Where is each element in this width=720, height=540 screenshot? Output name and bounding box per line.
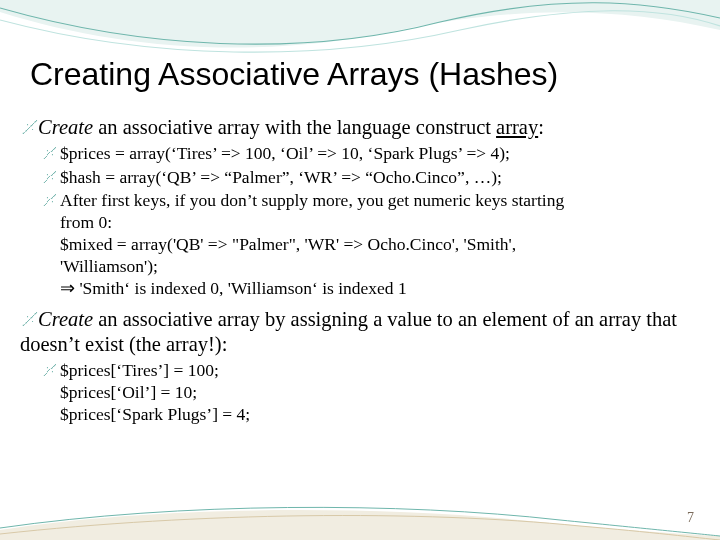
wave-bottom-icon [0, 500, 720, 540]
decor-bottom [0, 500, 720, 540]
bullet-icon: ⸓ [42, 190, 60, 212]
text: an associative array by assigning a valu… [20, 308, 677, 356]
bullet-lvl2: ⸓$hash = array(‘QB’ => “Palmer”, ‘WR’ =>… [42, 167, 692, 189]
text: 'Smith‘ is indexed 0, 'Williamson‘ is in… [75, 278, 407, 298]
bullet-icon: ⸓ [20, 114, 38, 140]
slide: Creating Associative Arrays (Hashes) ⸓Cr… [0, 0, 720, 540]
lead-word: Create [38, 116, 93, 138]
text: an associative array with the language c… [93, 116, 496, 138]
bullet-icon: ⸓ [42, 167, 60, 189]
bullet-lvl2: ⸓$prices[‘Tires’] = 100; [42, 360, 692, 382]
code-text: $hash = array(‘QB’ => “Palmer”, ‘WR’ => … [60, 167, 502, 187]
bullet-icon: ⸓ [42, 360, 60, 382]
text: : [538, 116, 544, 138]
code-text: $prices[‘Tires’] = 100; [60, 360, 219, 380]
bullet-lvl1: ⸓Create an associative array by assignin… [20, 306, 692, 358]
arrow-icon: ⇒ [60, 278, 75, 298]
text-cont: from 0: [60, 212, 692, 234]
text: After first keys, if you don’t supply mo… [60, 190, 564, 210]
underlined-word: array [496, 116, 538, 138]
bullet-lvl1: ⸓Create an associative array with the la… [20, 114, 692, 141]
code-text: $mixed = array('QB' => "Palmer", 'WR' =>… [60, 234, 692, 256]
code-text: $prices = array(‘Tires’ => 100, ‘Oil’ =>… [60, 143, 510, 163]
bullet-icon: ⸓ [20, 306, 38, 332]
bullet-lvl2: ⸓$prices = array(‘Tires’ => 100, ‘Oil’ =… [42, 143, 692, 165]
bullet-lvl2: ⸓After first keys, if you don’t supply m… [42, 190, 692, 212]
code-text: 'Williamson'); [60, 256, 692, 278]
page-number: 7 [687, 510, 694, 526]
code-text: $prices[‘Spark Plugs’] = 4; [60, 404, 692, 426]
slide-content: ⸓Create an associative array with the la… [20, 112, 692, 426]
lead-word: Create [38, 308, 93, 330]
bullet-icon: ⸓ [42, 143, 60, 165]
slide-title: Creating Associative Arrays (Hashes) [30, 56, 690, 93]
text-cont: ⇒ 'Smith‘ is indexed 0, 'Williamson‘ is … [60, 278, 692, 300]
code-text: $prices[‘Oil’] = 10; [60, 382, 692, 404]
